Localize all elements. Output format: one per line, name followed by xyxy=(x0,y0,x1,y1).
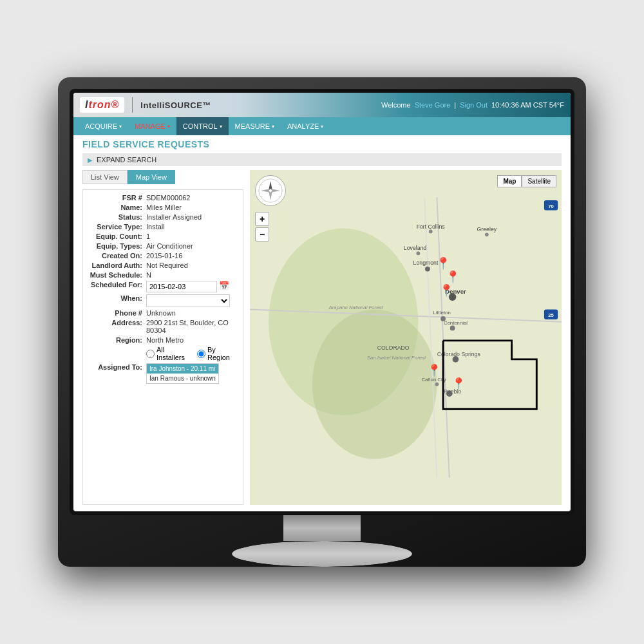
region-label: Region: xyxy=(88,336,146,344)
fsr-label: FSR # xyxy=(88,194,146,202)
pin-yellow-1: 📍 xyxy=(427,363,441,377)
created-on-value: 2015-01-16 xyxy=(146,252,182,260)
map-type-satellite[interactable]: Satellite xyxy=(522,175,556,187)
radio-by-region[interactable]: By Region xyxy=(197,346,238,361)
must-schedule-row: Must Schedule: N xyxy=(88,271,238,279)
scheduled-for-row: Scheduled For: 📅 xyxy=(88,281,238,292)
divider xyxy=(132,97,133,113)
signout-link[interactable]: Sign Out xyxy=(460,101,488,109)
svg-point-13 xyxy=(425,267,430,272)
address-row: Address: 2900 21st St, Boulder, CO 80304 xyxy=(88,319,238,334)
pin-yellow-2: 📍 xyxy=(451,377,466,391)
name-value: Miles Miller xyxy=(146,204,182,211)
svg-text:Centennial: Centennial xyxy=(444,320,468,326)
calendar-icon[interactable]: 📅 xyxy=(219,281,229,290)
stand-neck xyxy=(283,515,361,541)
svg-text:Loveland: Loveland xyxy=(404,245,426,251)
details-panel: FSR # SDEM000062 Name: Miles Miller Stat… xyxy=(82,189,243,505)
nav-item-analyze[interactable]: ANALYZE▾ xyxy=(281,117,330,135)
map-type-buttons: Map Satellite xyxy=(497,175,556,187)
assigned-list: Ira Johnston - 20.11 mi Ian Ramous - unk… xyxy=(146,363,219,384)
svg-text:Arapaho National Forest: Arapaho National Forest xyxy=(328,305,384,310)
right-panel: 70 25 xyxy=(250,170,562,505)
user-link[interactable]: Steve Gore xyxy=(415,101,451,109)
status-value: Installer Assigned xyxy=(146,213,202,221)
zoom-in-button[interactable]: + xyxy=(255,212,269,226)
itron-logo: Itron® xyxy=(80,97,124,113)
nav-item-control[interactable]: CONTROL▾ xyxy=(176,117,229,135)
when-label: When: xyxy=(88,294,146,302)
zoom-out-button[interactable]: − xyxy=(255,227,269,242)
svg-point-12 xyxy=(416,251,420,255)
created-on-row: Created On: 2015-01-16 xyxy=(88,252,238,260)
monitor-bezel: Itron® IntelliSOURCE™ Welcome Steve Gore… xyxy=(70,89,574,515)
svg-text:70: 70 xyxy=(548,204,554,209)
map-container[interactable]: 70 25 xyxy=(250,170,562,505)
tab-list-view[interactable]: List View xyxy=(82,170,128,184)
map-nav-control[interactable] xyxy=(255,175,286,206)
scheduled-for-label: Scheduled For: xyxy=(88,281,146,289)
equip-count-label: Equip. Count: xyxy=(88,232,146,240)
expand-search-bar[interactable]: ▶ EXPAND SEARCH xyxy=(82,153,562,166)
content-area: List View Map View FSR # SDEM000062 Name… xyxy=(73,170,571,511)
radio-all-installers[interactable]: All Installers xyxy=(146,346,192,361)
scheduled-for-input[interactable] xyxy=(146,281,217,292)
page-title: FIELD SERVICE REQUESTS xyxy=(82,139,562,149)
radio-group: All Installers By Region xyxy=(146,346,238,361)
time-display: 10:40:36 AM CST 54°F xyxy=(491,101,564,109)
pin-green-1: 📍 xyxy=(436,256,450,270)
stand-base xyxy=(232,541,412,567)
must-schedule-label: Must Schedule: xyxy=(88,271,146,279)
svg-text:San Isabel National Forest: San Isabel National Forest xyxy=(367,355,426,361)
radio-group-row: All Installers By Region xyxy=(146,346,238,361)
top-bar: Itron® IntelliSOURCE™ Welcome Steve Gore… xyxy=(73,93,571,117)
expand-arrow-icon: ▶ xyxy=(88,156,93,164)
view-tabs: List View Map View xyxy=(82,170,243,184)
status-label: Status: xyxy=(88,213,146,221)
service-type-value: Install xyxy=(146,223,165,231)
phone-value: Unknown xyxy=(146,309,176,317)
nav-item-manage[interactable]: MANAGE▾ xyxy=(128,117,176,135)
equip-types-row: Equip. Types: Air Conditioner xyxy=(88,242,238,250)
equip-count-row: Equip. Count: 1 xyxy=(88,232,238,240)
phone-row: Phone # Unknown xyxy=(88,309,238,317)
landlord-auth-value: Not Required xyxy=(146,261,188,269)
assigned-item-0[interactable]: Ira Johnston - 20.11 mi xyxy=(147,364,218,374)
name-label: Name: xyxy=(88,204,146,211)
equip-types-label: Equip. Types: xyxy=(88,242,146,250)
svg-text:25: 25 xyxy=(548,312,554,318)
intellisource-logo: IntelliSOURCE™ xyxy=(140,100,211,110)
svg-point-16 xyxy=(450,326,455,331)
top-right-info: Welcome Steve Gore | Sign Out 10:40:36 A… xyxy=(381,101,564,109)
svg-point-19 xyxy=(435,383,439,386)
landlord-auth-row: Landlord Auth: Not Required xyxy=(88,261,238,269)
svg-text:COLORADO: COLORADO xyxy=(377,345,410,351)
tab-map-view[interactable]: Map View xyxy=(128,170,175,184)
service-type-label: Service Type: xyxy=(88,223,146,231)
svg-text:Littleton: Littleton xyxy=(433,310,451,316)
region-row: Region: North Metro xyxy=(88,336,238,344)
monitor-outer: Itron® IntelliSOURCE™ Welcome Steve Gore… xyxy=(58,77,586,567)
when-select[interactable] xyxy=(146,294,230,307)
assigned-to-label: Assigned To: xyxy=(88,363,146,371)
fsr-row: FSR # SDEM000062 xyxy=(88,194,238,202)
expand-search-label: EXPAND SEARCH xyxy=(97,156,156,164)
svg-text:Fort Collins: Fort Collins xyxy=(417,223,446,230)
assigned-to-row: Assigned To: Ira Johnston - 20.11 mi Ian… xyxy=(88,363,238,384)
page-title-bar: FIELD SERVICE REQUESTS xyxy=(73,135,571,153)
nav-item-measure[interactable]: MEASURE▾ xyxy=(229,117,281,135)
zoom-controls: + − xyxy=(255,212,269,242)
main-nav: ACQUIRE▾ MANAGE▾ CONTROL▾ MEASURE▾ ANALY… xyxy=(73,117,571,135)
phone-label: Phone # xyxy=(88,309,146,317)
logo-area: Itron® IntelliSOURCE™ xyxy=(80,97,211,113)
map-svg: 70 25 xyxy=(250,170,562,505)
service-type-row: Service Type: Install xyxy=(88,223,238,231)
svg-point-11 xyxy=(485,232,489,236)
landlord-auth-label: Landlord Auth: xyxy=(88,261,146,269)
address-label: Address: xyxy=(88,319,146,327)
assigned-item-1[interactable]: Ian Ramous - unknown xyxy=(147,374,218,383)
nav-item-acquire[interactable]: ACQUIRE▾ xyxy=(79,117,128,135)
status-row: Status: Installer Assigned xyxy=(88,213,238,221)
map-type-map[interactable]: Map xyxy=(497,175,522,187)
svg-text:Greeley: Greeley xyxy=(477,226,497,232)
